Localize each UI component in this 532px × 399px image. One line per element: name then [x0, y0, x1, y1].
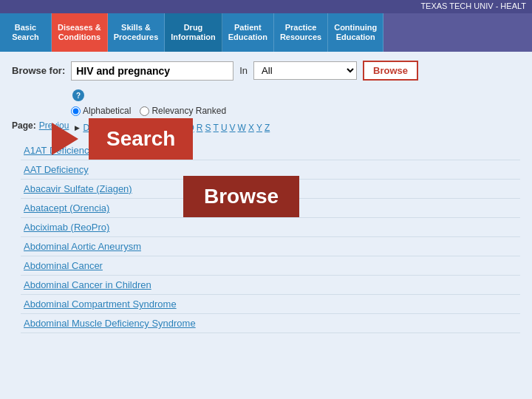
overlay-browse-annotation: Browse [183, 176, 299, 217]
in-label: In [239, 65, 248, 76]
result-link[interactable]: Abatacept (Orencia) [24, 202, 109, 214]
alpha-U[interactable]: U [221, 123, 228, 133]
nav-item-continuing[interactable]: Continuing Education [328, 13, 383, 52]
alpha-W[interactable]: W [238, 123, 246, 133]
list-item: Abdominal Cancer [21, 256, 520, 276]
list-item: Abdominal Compartment Syndrome [21, 295, 520, 314]
result-link[interactable]: Abdominal Compartment Syndrome [24, 299, 177, 310]
result-link[interactable]: Abdominal Cancer [24, 260, 103, 271]
result-link[interactable]: Abdominal Cancer in Children [24, 279, 151, 290]
list-item: Abdominal Aortic Aneurysm [21, 237, 520, 256]
list-item: Abdominal Muscle Deficiency Syndrome [21, 314, 520, 333]
browse-label: Browse for: [12, 65, 65, 76]
browse-button[interactable]: Browse [363, 61, 418, 81]
nav-item-skills[interactable]: Skills & Procedures [108, 13, 166, 52]
alpha-S[interactable]: S [205, 123, 211, 133]
navigation-bar: Basic Search Diseases & Conditions Skill… [0, 13, 532, 52]
result-link[interactable]: Abciximab (ReoPro) [24, 222, 109, 233]
nav-item-practice[interactable]: Practice Resources [274, 13, 328, 52]
result-link[interactable]: Abdominal Aortic Aneurysm [24, 241, 141, 252]
alpha-Z[interactable]: Z [265, 123, 270, 133]
list-item: Abdominal Cancer in Children [21, 276, 520, 295]
nav-item-patient[interactable]: Patient Education [222, 13, 274, 52]
alpha-Y[interactable]: Y [256, 123, 262, 133]
in-select[interactable]: All [253, 61, 357, 80]
browse-row: Browse for: In All Browse [12, 61, 520, 81]
result-link[interactable]: AAT Deficiency [24, 164, 89, 175]
main-content: Browse for: In All Browse ? Alphabetical… [0, 52, 532, 399]
nav-item-diseases[interactable]: Diseases & Conditions [52, 13, 108, 52]
nav-item-drug[interactable]: Drug Information [165, 13, 222, 52]
header-title: TEXAS TECH UNIV - HEALT [420, 1, 526, 10]
radio-row: Alphabetical Relevancy Ranked [71, 106, 520, 116]
nav-item-basic-search[interactable]: Basic Search [0, 13, 52, 52]
result-link[interactable]: Abdominal Muscle Deficiency Syndrome [24, 318, 196, 329]
radio-alphabetical[interactable]: Alphabetical [71, 106, 131, 116]
result-link[interactable]: Abacavir Sulfate (Ziagen) [24, 183, 132, 194]
radio-relevancy[interactable]: Relevancy Ranked [140, 106, 226, 116]
alpha-V[interactable]: V [230, 123, 236, 133]
overlay-search-annotation: Search [89, 118, 193, 160]
alpha-X[interactable]: X [248, 123, 254, 133]
search-input[interactable] [71, 61, 233, 81]
results-list: A1AT Deficiency AAT Deficiency Abacavir … [21, 141, 520, 333]
alpha-T[interactable]: T [214, 123, 219, 133]
help-icon[interactable]: ? [72, 89, 84, 101]
list-item: Abciximab (ReoPro) [21, 218, 520, 237]
header-bar: TEXAS TECH UNIV - HEALT [0, 0, 532, 13]
alpha-R[interactable]: R [197, 123, 203, 133]
